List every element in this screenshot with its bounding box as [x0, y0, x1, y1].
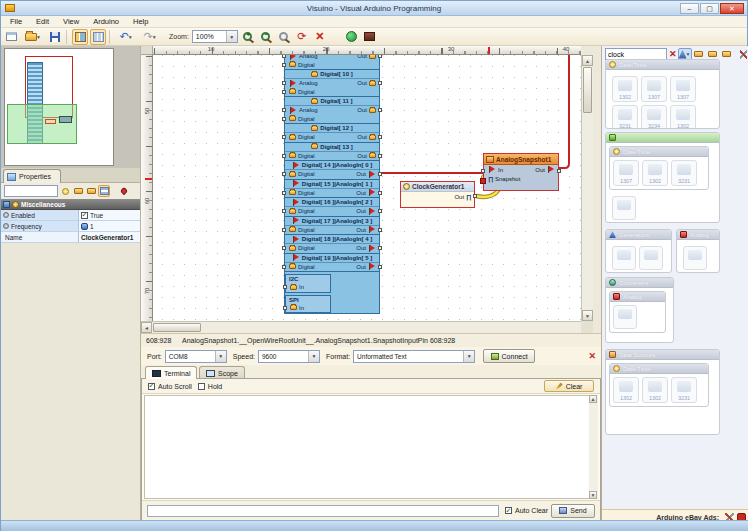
zoom-fit-button[interactable] [276, 29, 292, 45]
pin-connector[interactable] [282, 90, 286, 94]
pin-connector[interactable] [378, 135, 382, 139]
terminal-scrollbar[interactable]: ▲ ▼ [589, 395, 598, 499]
send-input[interactable] [147, 505, 499, 517]
auto-scroll-checkbox[interactable]: ✓Auto Scroll [148, 383, 192, 390]
board-channel[interactable]: Digital[ 18 ]|AnalogIn[ 4 ]DigitalOut [285, 235, 379, 254]
board-channel[interactable]: Digital[ 17 ]|AnalogIn[ 3 ]DigitalOut [285, 217, 379, 236]
menu-file[interactable]: File [4, 16, 28, 27]
clear-search-icon[interactable]: ✕ [669, 49, 677, 59]
minimap[interactable] [4, 48, 114, 166]
compile-button[interactable] [344, 29, 360, 45]
pin-connector[interactable] [378, 81, 382, 85]
subcategory-date-time[interactable]: Date/Time130713023231 [609, 146, 709, 190]
component-item[interactable]: 1302 [612, 76, 638, 102]
property-value[interactable]: ClockGenerator1 [79, 232, 140, 242]
list-view-button[interactable] [98, 185, 110, 197]
component-item[interactable]: 3234 [641, 105, 667, 129]
board-channel[interactable]: Digital[ 11 ]AnalogOutDigital [285, 97, 379, 124]
pin-connector[interactable] [282, 108, 286, 112]
pin-digital[interactable]: Digital [285, 208, 315, 214]
arduino-board-component[interactable]: AnalogOutDigitalDigital[ 10 ]AnalogOutDi… [284, 55, 380, 314]
board-channel[interactable]: AnalogOutDigital [285, 55, 379, 70]
pin-out[interactable]: Out [356, 226, 376, 233]
close-button[interactable]: ✕ [720, 3, 744, 14]
board-channel[interactable]: Digital[ 14 ]|AnalogIn[ 0 ]DigitalOut [285, 161, 379, 180]
zoom-in-button[interactable]: + [240, 29, 256, 45]
board-channel[interactable]: Digital[ 13 ]DigitalOut [285, 143, 379, 162]
hscroll-thumb[interactable] [153, 323, 201, 332]
scroll-up-button[interactable]: ▲ [582, 55, 593, 66]
category-unnamed[interactable]: Date/Time130713023231 [605, 132, 720, 223]
component-item[interactable]: 1302 [613, 377, 639, 403]
property-row-frequency[interactable]: Frequency1 [1, 221, 140, 232]
component-item[interactable]: 3231 [671, 160, 697, 186]
category-generators[interactable]: Generators [605, 229, 672, 273]
board-channel[interactable]: Digital[ 12 ]DigitalOut [285, 124, 379, 143]
bus-i2c[interactable]: I2CIn [285, 274, 331, 293]
property-row-name[interactable]: NameClockGenerator1 [1, 232, 140, 243]
design-canvas[interactable]: AnalogOutDigitalDigital[ 10 ]AnalogOutDi… [153, 55, 581, 321]
pin-connector[interactable] [282, 63, 286, 67]
scroll-left-button[interactable]: ◄ [141, 322, 152, 333]
pin-connector-in[interactable] [481, 169, 485, 173]
format-select[interactable]: Unformatted Text▼ [353, 350, 475, 363]
collapse-group-button[interactable] [85, 185, 97, 197]
property-value[interactable]: ✓True [79, 210, 140, 220]
menu-help[interactable]: Help [127, 16, 154, 27]
send-button[interactable]: Send [551, 504, 595, 518]
pin-out[interactable]: Out [357, 107, 376, 113]
property-value[interactable]: 1 [79, 221, 140, 231]
clock-generator-block[interactable]: ClockGenerator1 Out ∏ [400, 181, 475, 208]
toggle-properties-button[interactable] [72, 29, 88, 45]
canvas-vertical-scrollbar[interactable]: ▲ ▼ [581, 55, 593, 321]
component-item[interactable] [683, 246, 707, 270]
category-data-sources[interactable]: Data SourcesDate/Time130213023231 [605, 349, 720, 435]
expand-group-button[interactable] [72, 185, 84, 197]
component-item[interactable]: 1302 [642, 160, 668, 186]
pin-connector[interactable] [282, 172, 286, 176]
redo-button[interactable]: ↷▼ [139, 29, 161, 45]
pin-out[interactable]: Out [356, 171, 376, 178]
tab-terminal[interactable]: Terminal [145, 366, 197, 379]
component-item[interactable]: 1307 [670, 76, 696, 102]
folder-view-button[interactable] [720, 48, 733, 61]
terminal-output[interactable] [144, 395, 590, 499]
pin-digital[interactable]: Digital [285, 264, 315, 270]
category-header[interactable]: Generators [606, 230, 671, 240]
menu-arduino[interactable]: Arduino [87, 16, 125, 27]
filter-bulb-button[interactable] [59, 185, 71, 197]
pin-analog[interactable]: Analog [285, 55, 318, 60]
hold-checkbox[interactable]: Hold [198, 383, 222, 390]
canvas-horizontal-scrollbar[interactable]: ◄ ► [141, 321, 593, 333]
category-header[interactable]: Date/Time [606, 60, 719, 70]
zoom-select[interactable]: 100% ▼ [192, 30, 238, 43]
properties-search-input[interactable] [4, 185, 58, 197]
toggle-toolbox-button[interactable] [90, 29, 106, 45]
component-item[interactable]: 1302 [642, 377, 668, 403]
new-button[interactable] [3, 29, 19, 45]
pin-out[interactable]: Out [356, 208, 376, 215]
pin-connector-out[interactable] [473, 194, 477, 198]
refresh-button[interactable]: ⟳ [294, 29, 310, 45]
pin-out[interactable]: Out [356, 263, 376, 270]
undo-button[interactable]: ↶▼ [115, 29, 137, 45]
analog-snapshot-block[interactable]: AnalogSnapshot1 In Out ∏Snapshot [483, 153, 559, 191]
component-item[interactable]: 1302 [670, 105, 696, 129]
clock-generator-header[interactable]: ClockGenerator1 [401, 182, 474, 192]
pin-panel-button[interactable] [118, 185, 130, 197]
pin-digital[interactable]: Digital [285, 134, 315, 140]
pin-digital[interactable]: Digital [285, 89, 315, 95]
pin-connector[interactable] [282, 191, 286, 195]
pin-out[interactable]: Out [357, 80, 376, 86]
save-button[interactable] [47, 29, 63, 45]
subcategory-date-time[interactable]: Date/Time130213023231 [609, 363, 709, 407]
component-item[interactable] [612, 246, 636, 270]
pin-connector[interactable] [378, 55, 382, 58]
board-channel[interactable]: Digital[ 16 ]|AnalogIn[ 2 ]DigitalOut [285, 198, 379, 217]
component-item[interactable] [613, 305, 637, 329]
pin-connector[interactable] [283, 306, 287, 310]
vscroll-thumb[interactable] [583, 67, 592, 113]
auto-clear-checkbox[interactable]: ✓Auto Clear [505, 507, 548, 514]
pin-connector[interactable] [282, 135, 286, 139]
delete-button[interactable]: ✕ [312, 29, 328, 45]
